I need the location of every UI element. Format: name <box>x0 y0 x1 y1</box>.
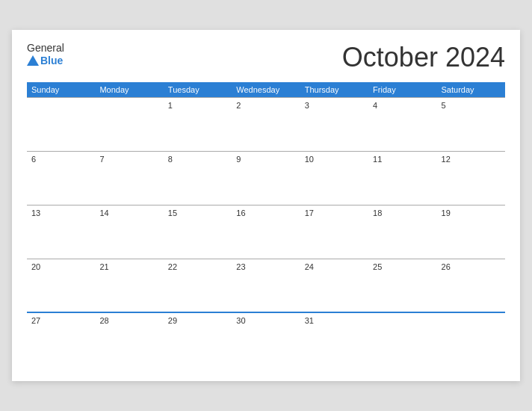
calendar-day-cell <box>368 312 436 366</box>
day-number: 15 <box>168 208 177 217</box>
day-number: 17 <box>305 208 314 217</box>
calendar-day-cell: 26 <box>437 259 505 312</box>
day-number: 20 <box>31 262 40 271</box>
calendar-day-cell: 4 <box>368 97 436 151</box>
calendar-day-cell: 12 <box>437 151 505 205</box>
logo: General Blue <box>27 42 64 67</box>
day-number: 24 <box>305 262 314 271</box>
header-sunday: Sunday <box>27 82 95 98</box>
calendar-day-cell: 29 <box>164 312 232 366</box>
calendar-week-row: 13141516171819 <box>27 205 505 259</box>
day-number: 1 <box>168 101 173 110</box>
header-friday: Friday <box>368 82 436 98</box>
calendar-day-cell: 10 <box>300 151 368 205</box>
calendar-day-cell: 31 <box>300 312 368 366</box>
day-number: 23 <box>236 262 245 271</box>
day-number: 29 <box>168 316 177 325</box>
calendar-day-cell: 28 <box>95 312 163 366</box>
day-number: 6 <box>31 155 36 164</box>
calendar-week-row: 12345 <box>27 97 505 151</box>
day-number: 2 <box>236 101 241 110</box>
day-number: 9 <box>236 155 241 164</box>
calendar-week-row: 20212223242526 <box>27 259 505 312</box>
day-number: 11 <box>373 155 382 164</box>
calendar-container: General Blue October 2024 Sunday Monday … <box>12 30 520 382</box>
day-number: 10 <box>305 155 314 164</box>
calendar-day-cell: 21 <box>95 259 163 312</box>
logo-general-text: General <box>27 42 64 55</box>
weekday-header-row: Sunday Monday Tuesday Wednesday Thursday… <box>27 82 505 98</box>
header-monday: Monday <box>95 82 163 98</box>
day-number: 12 <box>442 155 451 164</box>
day-number: 31 <box>305 316 314 325</box>
day-number: 22 <box>168 262 177 271</box>
day-number: 28 <box>99 316 108 325</box>
day-number: 19 <box>442 208 451 217</box>
day-number: 4 <box>373 101 377 110</box>
calendar-week-row: 2728293031 <box>27 312 505 366</box>
calendar-day-cell: 15 <box>164 205 232 259</box>
logo-blue-row: Blue <box>27 55 63 67</box>
calendar-day-cell <box>437 312 505 366</box>
calendar-day-cell: 8 <box>164 151 232 205</box>
calendar-day-cell: 17 <box>300 205 368 259</box>
calendar-day-cell: 14 <box>95 205 163 259</box>
day-number: 26 <box>442 262 451 271</box>
day-number: 30 <box>236 316 245 325</box>
calendar-day-cell: 23 <box>232 259 300 312</box>
logo-blue-text: Blue <box>40 55 63 67</box>
logo-triangle-icon <box>27 55 39 66</box>
header-thursday: Thursday <box>300 82 368 98</box>
calendar-day-cell: 5 <box>437 97 505 151</box>
calendar-day-cell: 3 <box>300 97 368 151</box>
calendar-day-cell: 25 <box>368 259 436 312</box>
day-number: 27 <box>31 316 40 325</box>
calendar-day-cell: 9 <box>232 151 300 205</box>
calendar-week-row: 6789101112 <box>27 151 505 205</box>
calendar-day-cell: 22 <box>164 259 232 312</box>
calendar-day-cell: 11 <box>368 151 436 205</box>
month-title: October 2024 <box>342 42 505 73</box>
calendar-day-cell <box>27 97 95 151</box>
calendar-day-cell: 6 <box>27 151 95 205</box>
calendar-header: General Blue October 2024 <box>27 42 505 73</box>
header-tuesday: Tuesday <box>164 82 232 98</box>
header-saturday: Saturday <box>437 82 505 98</box>
day-number: 5 <box>442 101 446 110</box>
calendar-body: 1234567891011121314151617181920212223242… <box>27 97 505 366</box>
calendar-day-cell: 19 <box>437 205 505 259</box>
calendar-grid: Sunday Monday Tuesday Wednesday Thursday… <box>27 82 505 367</box>
calendar-day-cell: 18 <box>368 205 436 259</box>
calendar-thead: Sunday Monday Tuesday Wednesday Thursday… <box>27 82 505 98</box>
day-number: 25 <box>373 262 382 271</box>
day-number: 8 <box>168 155 173 164</box>
day-number: 7 <box>99 155 104 164</box>
calendar-day-cell: 2 <box>232 97 300 151</box>
calendar-day-cell: 27 <box>27 312 95 366</box>
calendar-day-cell: 7 <box>95 151 163 205</box>
calendar-day-cell: 20 <box>27 259 95 312</box>
calendar-day-cell: 13 <box>27 205 95 259</box>
day-number: 16 <box>236 208 245 217</box>
calendar-day-cell <box>95 97 163 151</box>
calendar-day-cell: 1 <box>164 97 232 151</box>
calendar-day-cell: 30 <box>232 312 300 366</box>
calendar-day-cell: 24 <box>300 259 368 312</box>
day-number: 13 <box>31 208 40 217</box>
day-number: 21 <box>99 262 108 271</box>
day-number: 14 <box>99 208 108 217</box>
day-number: 3 <box>305 101 309 110</box>
calendar-day-cell: 16 <box>232 205 300 259</box>
header-wednesday: Wednesday <box>232 82 300 98</box>
day-number: 18 <box>373 208 382 217</box>
